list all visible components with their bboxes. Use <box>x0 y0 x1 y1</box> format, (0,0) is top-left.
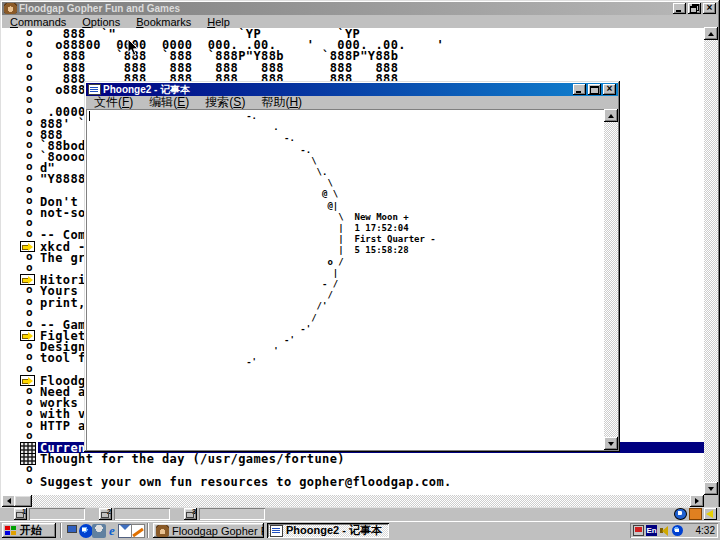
internet-explorer-icon[interactable]: e <box>105 524 119 538</box>
document-icon <box>20 442 36 454</box>
notepad-window: Phoonge2 - 记事本 文件(F)编辑(E)搜索(S)帮助(H) -. .… <box>84 81 620 452</box>
task-button-label: Floodgap Gopher Fun... <box>172 525 264 537</box>
gopher-icon <box>4 3 17 14</box>
task-button-label: Phoonge2 - 记事本 <box>286 523 382 538</box>
minimize-button[interactable] <box>673 3 686 14</box>
gopher-menubar: CommandsOptionsBookmarksHelp <box>2 15 718 28</box>
show-desktop-icon[interactable] <box>66 524 80 538</box>
notepad-maximize-button[interactable] <box>588 84 601 95</box>
gopher-horizontal-scrollbar[interactable] <box>2 495 704 507</box>
info-bullet-icon <box>20 476 36 487</box>
notepad-text-area[interactable]: -. . -. -. \ <box>86 109 618 450</box>
scroll-up-button[interactable] <box>704 27 718 40</box>
socket-indicator-1: 1 <box>14 508 27 520</box>
socket-status-field-1 <box>29 508 85 520</box>
notepad-menubar: 文件(F)编辑(E)搜索(S)帮助(H) <box>86 96 618 109</box>
notepad-text[interactable]: -. . -. -. \ <box>89 111 436 369</box>
task-button-notepad[interactable]: Phoonge2 - 记事本 <box>267 523 389 538</box>
close-button[interactable] <box>703 3 716 14</box>
gopher-menu-bookmarks[interactable]: Bookmarks <box>128 16 199 28</box>
taskbar: 开始 e Floodgap Gopher Fun...Phoonge2 - 记事… <box>0 521 720 540</box>
notepad-vertical-scrollbar[interactable] <box>604 109 618 450</box>
document-editor-icon[interactable] <box>131 524 145 538</box>
tray-icons: En <box>633 525 683 536</box>
input-language-indicator[interactable]: En <box>646 525 657 536</box>
notepad-close-button[interactable] <box>603 84 616 95</box>
gopher-status-bar: 1 2 3 <box>0 507 720 521</box>
socket-indicator-3: 3 <box>184 508 197 520</box>
notepad-icon <box>270 525 283 537</box>
cache-icon[interactable] <box>689 508 702 520</box>
info-bullet-icon <box>20 263 36 274</box>
info-bullet-icon <box>20 431 36 442</box>
restore-button[interactable] <box>688 3 701 14</box>
info-bullet-icon <box>20 319 36 330</box>
start-button-label: 开始 <box>20 523 42 538</box>
gopher-icon <box>156 525 169 537</box>
back-arrow-icon[interactable] <box>704 508 717 520</box>
volume-icon[interactable] <box>659 525 670 536</box>
scroll-down-button[interactable] <box>704 482 718 495</box>
horizontal-scroll-thumb[interactable] <box>14 495 32 507</box>
gopher-vertical-scrollbar[interactable] <box>704 27 718 495</box>
gopher-menu-commands[interactable]: Commands <box>2 16 74 28</box>
gopher-menu-options[interactable]: Options <box>74 16 128 28</box>
gopher-titlebar[interactable]: Floodgap Gopher Fun and Games <box>2 2 718 15</box>
text-caret <box>89 111 90 121</box>
outlook-express-icon[interactable] <box>118 524 132 538</box>
notepad-scroll-down-button[interactable] <box>604 437 618 450</box>
globe-icon[interactable] <box>674 508 687 520</box>
messenger-icon[interactable] <box>79 524 93 538</box>
taskbar-separator <box>147 523 149 538</box>
gopher-row[interactable]: Thought for the day (/usr/games/fortune) <box>2 453 704 464</box>
taskbar-separator <box>60 523 62 538</box>
notepad-scroll-up-button[interactable] <box>604 109 618 122</box>
start-button[interactable]: 开始 <box>2 523 56 538</box>
system-tray: En 4:32 <box>630 523 718 538</box>
socket-status-field-3 <box>199 508 265 520</box>
gopher-row-text: Suggest your own fun resources to gopher… <box>40 475 452 489</box>
socket-indicator-2: 2 <box>99 508 112 520</box>
messenger-tray-icon[interactable] <box>672 525 683 536</box>
notepad-minimize-button[interactable] <box>573 84 586 95</box>
windows-logo-icon <box>5 526 17 536</box>
task-button-gopher[interactable]: Floodgap Gopher Fun... <box>153 523 264 538</box>
netmeeting-icon[interactable] <box>92 524 106 538</box>
info-bullet-icon <box>20 364 36 375</box>
display-settings-icon[interactable] <box>633 525 644 536</box>
scroll-right-button[interactable] <box>690 495 704 507</box>
gopher-menu-help[interactable]: Help <box>199 16 238 28</box>
socket-status-field-2 <box>114 508 170 520</box>
info-bullet-icon <box>20 229 36 240</box>
mouse-cursor <box>127 38 139 57</box>
gopher-row[interactable]: Suggest your own fun resources to gopher… <box>2 476 704 487</box>
desktop: Floodgap Gopher Fun and Games CommandsOp… <box>0 0 720 540</box>
gopher-window-title: Floodgap Gopher Fun and Games <box>19 2 671 15</box>
clock[interactable]: 4:32 <box>696 525 715 536</box>
